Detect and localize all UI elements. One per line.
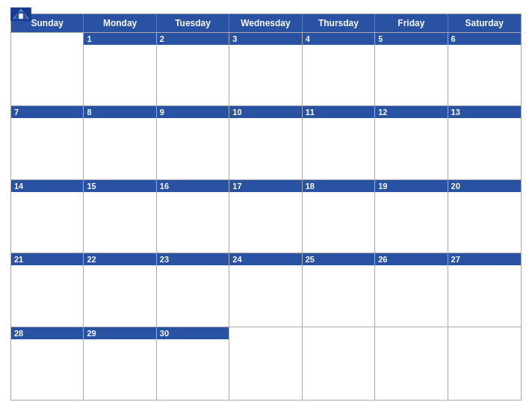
day-cell: 25 [303, 253, 375, 326]
day-number: 21 [11, 253, 83, 265]
day-number: 13 [448, 106, 521, 118]
day-header-tuesday: Tuesday [157, 14, 229, 32]
day-content [229, 192, 301, 253]
day-number: 7 [11, 106, 83, 118]
day-content [303, 330, 374, 400]
day-number: 14 [11, 180, 83, 192]
day-content [375, 265, 447, 326]
day-content [11, 265, 83, 326]
calendar-grid: SundayMondayTuesdayWednesdayThursdayFrid… [10, 13, 522, 401]
calendar: SundayMondayTuesdayWednesdayThursdayFrid… [0, 0, 532, 411]
day-content [229, 45, 301, 105]
day-cell: 8 [84, 106, 156, 179]
day-content [11, 36, 83, 105]
week-row-5: 282930 [11, 327, 521, 400]
day-number: 4 [303, 33, 374, 45]
day-number: 27 [448, 253, 521, 265]
day-cell: 21 [11, 253, 84, 326]
svg-rect-3 [19, 13, 23, 19]
day-cell: 20 [448, 180, 521, 253]
day-header-monday: Monday [84, 14, 156, 32]
week-row-1: 123456 [11, 32, 521, 105]
day-number: 5 [375, 33, 447, 45]
day-cell: 19 [375, 180, 448, 253]
day-number: 1 [84, 33, 155, 45]
day-cell: 7 [11, 106, 84, 179]
week-row-3: 14151617181920 [11, 179, 521, 253]
day-cell [229, 327, 302, 400]
day-cell: 10 [229, 106, 302, 179]
day-content [11, 192, 83, 253]
day-number: 25 [303, 253, 374, 265]
day-cell: 23 [157, 253, 229, 326]
day-cell: 27 [448, 253, 521, 326]
day-content [229, 265, 301, 326]
day-content [448, 45, 521, 105]
day-cell: 22 [84, 253, 156, 326]
day-cell: 3 [229, 33, 302, 105]
day-number: 11 [303, 106, 374, 118]
day-number: 30 [157, 327, 229, 339]
day-content [157, 339, 229, 400]
day-content [303, 265, 374, 326]
day-header-wednesday: Wednesday [229, 14, 302, 32]
day-content [11, 118, 83, 179]
day-content [303, 118, 374, 179]
day-content [84, 339, 155, 400]
day-number: 20 [448, 180, 521, 192]
day-number: 9 [157, 106, 229, 118]
day-cell: 1 [84, 33, 156, 105]
day-content [375, 45, 447, 105]
day-content [84, 118, 155, 179]
day-number: 6 [448, 33, 521, 45]
weeks-container: 1234567891011121314151617181920212223242… [11, 32, 521, 400]
day-content [303, 192, 374, 253]
day-number: 12 [375, 106, 447, 118]
day-number: 29 [84, 327, 155, 339]
day-number: 19 [375, 180, 447, 192]
day-number: 28 [11, 327, 83, 339]
day-content [84, 45, 155, 105]
week-row-4: 21222324252627 [11, 253, 521, 326]
week-row-2: 78910111213 [11, 105, 521, 179]
day-cell: 18 [303, 180, 375, 253]
day-cell [375, 327, 448, 400]
day-number: 26 [375, 253, 447, 265]
day-number: 23 [157, 253, 229, 265]
day-cell: 6 [448, 33, 521, 105]
day-number: 17 [229, 180, 301, 192]
day-cell: 30 [157, 327, 229, 400]
day-number: 3 [229, 33, 301, 45]
logo [10, 7, 31, 22]
day-content [11, 339, 83, 400]
day-content [448, 118, 521, 179]
day-headers: SundayMondayTuesdayWednesdayThursdayFrid… [11, 14, 521, 32]
day-number: 18 [303, 180, 374, 192]
day-content [448, 330, 521, 400]
day-number: 15 [84, 180, 155, 192]
day-cell: 29 [84, 327, 156, 400]
day-cell: 13 [448, 106, 521, 179]
day-content [84, 265, 155, 326]
day-content [157, 45, 229, 105]
day-content [84, 192, 155, 253]
day-number: 2 [157, 33, 229, 45]
day-header-thursday: Thursday [303, 14, 375, 32]
logo-icon [10, 7, 31, 21]
day-cell: 9 [157, 106, 229, 179]
day-cell: 11 [303, 106, 375, 179]
day-content [375, 330, 447, 400]
day-content [229, 330, 301, 400]
day-content [448, 265, 521, 326]
day-cell: 15 [84, 180, 156, 253]
day-content [375, 192, 447, 253]
day-content [303, 45, 374, 105]
day-number: 16 [157, 180, 229, 192]
day-content [157, 192, 229, 253]
day-cell: 24 [229, 253, 302, 326]
day-number: 10 [229, 106, 301, 118]
day-cell [448, 327, 521, 400]
day-content [448, 192, 521, 253]
day-content [157, 118, 229, 179]
day-cell: 17 [229, 180, 302, 253]
